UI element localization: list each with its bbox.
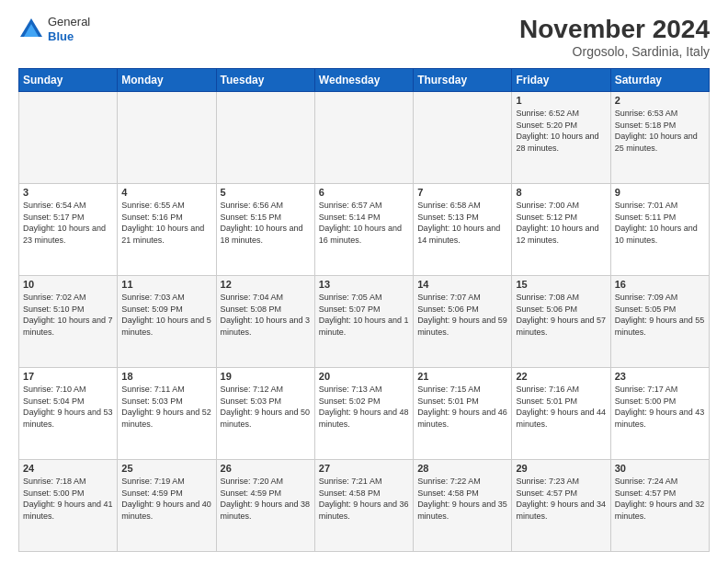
calendar-cell: 22Sunrise: 7:16 AM Sunset: 5:01 PM Dayli… bbox=[512, 368, 610, 460]
calendar-cell bbox=[216, 92, 314, 184]
calendar-cell: 11Sunrise: 7:03 AM Sunset: 5:09 PM Dayli… bbox=[118, 276, 216, 368]
day-info: Sunrise: 7:17 AM Sunset: 5:00 PM Dayligh… bbox=[615, 384, 705, 430]
calendar-cell: 25Sunrise: 7:19 AM Sunset: 4:59 PM Dayli… bbox=[118, 460, 216, 552]
calendar-cell: 21Sunrise: 7:15 AM Sunset: 5:01 PM Dayli… bbox=[414, 368, 512, 460]
calendar-cell: 15Sunrise: 7:08 AM Sunset: 5:06 PM Dayli… bbox=[512, 276, 610, 368]
day-info: Sunrise: 7:24 AM Sunset: 4:57 PM Dayligh… bbox=[615, 476, 705, 522]
day-number: 9 bbox=[615, 187, 705, 198]
calendar-cell: 13Sunrise: 7:05 AM Sunset: 5:07 PM Dayli… bbox=[314, 276, 413, 368]
day-number: 29 bbox=[516, 463, 606, 474]
calendar-cell: 20Sunrise: 7:13 AM Sunset: 5:02 PM Dayli… bbox=[314, 368, 413, 460]
title-block: November 2024 Orgosolo, Sardinia, Italy bbox=[519, 15, 710, 59]
calendar-cell: 10Sunrise: 7:02 AM Sunset: 5:10 PM Dayli… bbox=[19, 276, 118, 368]
day-info: Sunrise: 6:52 AM Sunset: 5:20 PM Dayligh… bbox=[516, 108, 606, 154]
calendar-cell bbox=[314, 92, 413, 184]
day-header-tuesday: Tuesday bbox=[216, 69, 314, 92]
day-number: 8 bbox=[516, 187, 606, 198]
day-header-wednesday: Wednesday bbox=[314, 69, 413, 92]
day-number: 4 bbox=[121, 187, 211, 198]
calendar-cell: 29Sunrise: 7:23 AM Sunset: 4:57 PM Dayli… bbox=[512, 460, 610, 552]
day-info: Sunrise: 7:12 AM Sunset: 5:03 PM Dayligh… bbox=[221, 384, 311, 430]
day-number: 17 bbox=[23, 371, 113, 382]
day-number: 25 bbox=[121, 463, 211, 474]
day-info: Sunrise: 7:01 AM Sunset: 5:11 PM Dayligh… bbox=[615, 200, 705, 246]
day-number: 7 bbox=[417, 187, 507, 198]
calendar-header: SundayMondayTuesdayWednesdayThursdayFrid… bbox=[19, 69, 710, 92]
day-info: Sunrise: 7:11 AM Sunset: 5:03 PM Dayligh… bbox=[121, 384, 211, 430]
calendar-body: 1Sunrise: 6:52 AM Sunset: 5:20 PM Daylig… bbox=[19, 92, 710, 552]
day-header-saturday: Saturday bbox=[610, 69, 709, 92]
location: Orgosolo, Sardinia, Italy bbox=[519, 44, 710, 59]
calendar-cell: 18Sunrise: 7:11 AM Sunset: 5:03 PM Dayli… bbox=[118, 368, 216, 460]
day-info: Sunrise: 7:08 AM Sunset: 5:06 PM Dayligh… bbox=[516, 292, 606, 338]
calendar-cell bbox=[118, 92, 216, 184]
week-row-2: 10Sunrise: 7:02 AM Sunset: 5:10 PM Dayli… bbox=[19, 276, 710, 368]
day-info: Sunrise: 7:18 AM Sunset: 5:00 PM Dayligh… bbox=[23, 476, 113, 522]
calendar-cell: 19Sunrise: 7:12 AM Sunset: 5:03 PM Dayli… bbox=[216, 368, 314, 460]
calendar-cell: 24Sunrise: 7:18 AM Sunset: 5:00 PM Dayli… bbox=[19, 460, 118, 552]
day-number: 16 bbox=[615, 279, 705, 290]
day-number: 6 bbox=[319, 187, 409, 198]
day-number: 11 bbox=[121, 279, 211, 290]
day-number: 23 bbox=[615, 371, 705, 382]
day-info: Sunrise: 7:02 AM Sunset: 5:10 PM Dayligh… bbox=[23, 292, 113, 338]
day-info: Sunrise: 7:03 AM Sunset: 5:09 PM Dayligh… bbox=[121, 292, 211, 338]
week-row-3: 17Sunrise: 7:10 AM Sunset: 5:04 PM Dayli… bbox=[19, 368, 710, 460]
calendar-cell bbox=[414, 92, 512, 184]
day-info: Sunrise: 7:21 AM Sunset: 4:58 PM Dayligh… bbox=[319, 476, 409, 522]
day-number: 22 bbox=[516, 371, 606, 382]
logo: General Blue bbox=[18, 15, 90, 43]
calendar-cell: 27Sunrise: 7:21 AM Sunset: 4:58 PM Dayli… bbox=[314, 460, 413, 552]
calendar-cell: 26Sunrise: 7:20 AM Sunset: 4:59 PM Dayli… bbox=[216, 460, 314, 552]
calendar-cell: 5Sunrise: 6:56 AM Sunset: 5:15 PM Daylig… bbox=[216, 184, 314, 276]
day-info: Sunrise: 6:55 AM Sunset: 5:16 PM Dayligh… bbox=[121, 200, 211, 246]
calendar-cell: 7Sunrise: 6:58 AM Sunset: 5:13 PM Daylig… bbox=[414, 184, 512, 276]
calendar-cell: 17Sunrise: 7:10 AM Sunset: 5:04 PM Dayli… bbox=[19, 368, 118, 460]
day-info: Sunrise: 7:05 AM Sunset: 5:07 PM Dayligh… bbox=[319, 292, 409, 338]
day-info: Sunrise: 7:15 AM Sunset: 5:01 PM Dayligh… bbox=[417, 384, 507, 430]
week-row-0: 1Sunrise: 6:52 AM Sunset: 5:20 PM Daylig… bbox=[19, 92, 710, 184]
day-number: 13 bbox=[319, 279, 409, 290]
day-number: 5 bbox=[221, 187, 311, 198]
calendar-cell: 30Sunrise: 7:24 AM Sunset: 4:57 PM Dayli… bbox=[610, 460, 709, 552]
logo-icon bbox=[18, 17, 44, 42]
day-info: Sunrise: 7:10 AM Sunset: 5:04 PM Dayligh… bbox=[23, 384, 113, 430]
day-info: Sunrise: 6:54 AM Sunset: 5:17 PM Dayligh… bbox=[23, 200, 113, 246]
day-number: 27 bbox=[319, 463, 409, 474]
day-number: 24 bbox=[23, 463, 113, 474]
calendar-cell: 3Sunrise: 6:54 AM Sunset: 5:17 PM Daylig… bbox=[19, 184, 118, 276]
calendar-cell: 9Sunrise: 7:01 AM Sunset: 5:11 PM Daylig… bbox=[610, 184, 709, 276]
day-number: 21 bbox=[417, 371, 507, 382]
day-info: Sunrise: 7:00 AM Sunset: 5:12 PM Dayligh… bbox=[516, 200, 606, 246]
calendar: SundayMondayTuesdayWednesdayThursdayFrid… bbox=[18, 68, 710, 552]
header: General Blue November 2024 Orgosolo, Sar… bbox=[18, 15, 710, 59]
calendar-cell: 23Sunrise: 7:17 AM Sunset: 5:00 PM Dayli… bbox=[610, 368, 709, 460]
day-number: 2 bbox=[615, 95, 705, 106]
day-header-monday: Monday bbox=[118, 69, 216, 92]
calendar-cell: 2Sunrise: 6:53 AM Sunset: 5:18 PM Daylig… bbox=[610, 92, 709, 184]
day-number: 12 bbox=[221, 279, 311, 290]
calendar-cell: 8Sunrise: 7:00 AM Sunset: 5:12 PM Daylig… bbox=[512, 184, 610, 276]
day-info: Sunrise: 7:04 AM Sunset: 5:08 PM Dayligh… bbox=[221, 292, 311, 338]
calendar-cell: 4Sunrise: 6:55 AM Sunset: 5:16 PM Daylig… bbox=[118, 184, 216, 276]
page: General Blue November 2024 Orgosolo, Sar… bbox=[0, 0, 728, 563]
calendar-cell bbox=[19, 92, 118, 184]
day-number: 3 bbox=[23, 187, 113, 198]
day-number: 10 bbox=[23, 279, 113, 290]
calendar-cell: 6Sunrise: 6:57 AM Sunset: 5:14 PM Daylig… bbox=[314, 184, 413, 276]
day-number: 18 bbox=[121, 371, 211, 382]
day-info: Sunrise: 6:53 AM Sunset: 5:18 PM Dayligh… bbox=[615, 108, 705, 154]
day-info: Sunrise: 6:57 AM Sunset: 5:14 PM Dayligh… bbox=[319, 200, 409, 246]
day-info: Sunrise: 6:58 AM Sunset: 5:13 PM Dayligh… bbox=[417, 200, 507, 246]
day-info: Sunrise: 7:16 AM Sunset: 5:01 PM Dayligh… bbox=[516, 384, 606, 430]
day-info: Sunrise: 7:13 AM Sunset: 5:02 PM Dayligh… bbox=[319, 384, 409, 430]
logo-text: General Blue bbox=[48, 15, 90, 43]
day-number: 26 bbox=[221, 463, 311, 474]
calendar-cell: 28Sunrise: 7:22 AM Sunset: 4:58 PM Dayli… bbox=[414, 460, 512, 552]
logo-general: General bbox=[48, 15, 90, 29]
day-header-sunday: Sunday bbox=[19, 69, 118, 92]
day-number: 14 bbox=[417, 279, 507, 290]
day-info: Sunrise: 7:20 AM Sunset: 4:59 PM Dayligh… bbox=[221, 476, 311, 522]
day-number: 15 bbox=[516, 279, 606, 290]
day-header-thursday: Thursday bbox=[414, 69, 512, 92]
